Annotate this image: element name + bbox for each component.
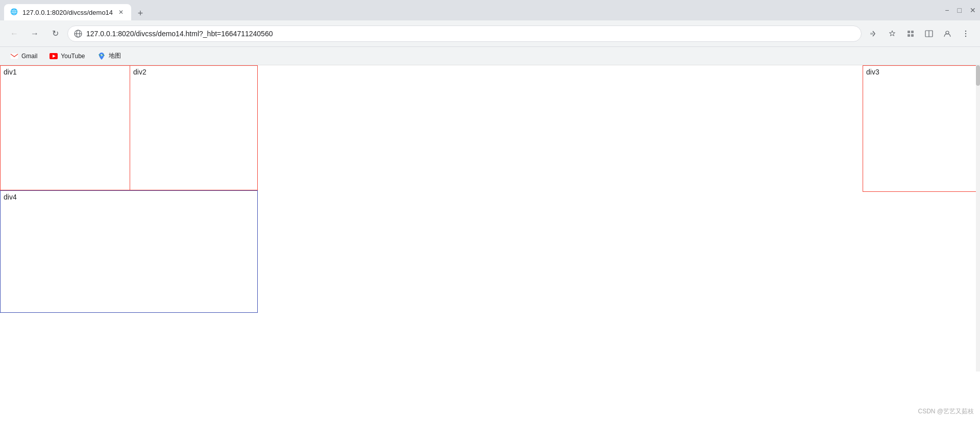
div4-label: div4 [4,193,17,201]
nav-bar: ← → ↻ 127.0.0.1:8020/divcss/demo14.html?… [0,20,980,47]
top-div-row: div1 div2 [0,65,258,190]
address-bar[interactable]: 127.0.0.1:8020/divcss/demo14.html?_hbt=1… [67,26,862,42]
page-content: div1 div2 div4 div3 [0,65,980,422]
svg-rect-3 [870,33,873,35]
div3: div3 [863,65,980,192]
nav-actions [866,26,974,42]
div1-label: div1 [4,68,17,76]
title-bar: 🌐 127.0.0.1:8020/divcss/demo14 ✕ + − □ ✕ [0,0,980,20]
security-icon [74,30,82,38]
scrollbar[interactable] [976,65,980,371]
maps-icon [97,52,106,60]
reload-button[interactable]: ↻ [47,26,63,42]
back-button[interactable]: ← [6,26,22,42]
div3-label: div3 [866,68,879,76]
browser-window: 🌐 127.0.0.1:8020/divcss/demo14 ✕ + − □ ✕… [0,0,980,422]
extensions-icon [906,30,915,38]
gmail-icon [10,52,18,60]
menu-icon [962,30,970,38]
profile-button[interactable] [939,26,955,42]
watermark: CSDN @艺艺又茹枝 [918,407,974,416]
maximize-button[interactable]: □ [958,6,962,14]
tab-strip: 🌐 127.0.0.1:8020/divcss/demo14 ✕ + [4,0,941,20]
tab-close-button[interactable]: ✕ [117,8,125,16]
svg-rect-6 [908,34,910,37]
split-view-button[interactable] [921,26,937,42]
bookmark-gmail[interactable]: Gmail [6,50,41,62]
youtube-icon [50,52,58,60]
share-button[interactable] [866,26,882,42]
split-icon [925,30,933,38]
div2-label: div2 [133,68,146,76]
star-icon [888,30,896,38]
bookmarks-bar: Gmail YouTube 地图 [0,47,980,65]
forward-button[interactable]: → [27,26,43,42]
svg-rect-7 [911,34,914,37]
profile-icon [943,30,951,38]
svg-point-12 [965,33,966,34]
bookmark-button[interactable] [884,26,900,42]
div4: div4 [0,190,258,313]
scrollbar-thumb[interactable] [976,65,980,86]
svg-rect-5 [911,31,914,33]
bookmark-maps[interactable]: 地图 [93,49,125,62]
maps-label: 地图 [109,52,121,60]
extensions-button[interactable] [902,26,919,42]
div1: div1 [0,65,130,190]
left-div-group: div1 div2 div4 [0,65,258,313]
tab-title: 127.0.0.1:8020/divcss/demo14 [22,9,113,16]
div2: div2 [130,65,258,190]
minimize-button[interactable]: − [945,6,949,14]
youtube-label: YouTube [61,53,85,60]
bookmark-youtube[interactable]: YouTube [45,50,89,62]
svg-rect-4 [908,31,910,33]
gmail-label: Gmail [21,53,37,60]
svg-point-13 [965,35,966,36]
window-controls: − □ ✕ [945,6,976,14]
svg-rect-14 [10,53,18,59]
active-tab[interactable]: 🌐 127.0.0.1:8020/divcss/demo14 ✕ [4,4,131,20]
close-button[interactable]: ✕ [970,6,976,14]
url-text: 127.0.0.1:8020/divcss/demo14.html?_hbt=1… [86,30,855,38]
svg-point-11 [965,30,966,31]
new-tab-button[interactable]: + [133,6,148,20]
share-icon [870,30,878,38]
menu-button[interactable] [958,26,974,42]
tab-favicon: 🌐 [10,8,18,16]
